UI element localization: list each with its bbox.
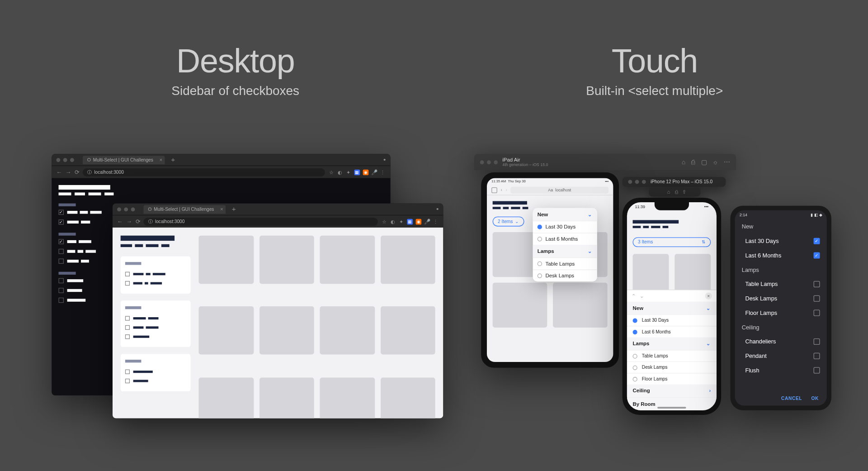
ext-icon[interactable]: ▦ [407,219,413,224]
grid-item[interactable] [633,254,669,292]
close-icon[interactable]: × [220,206,223,212]
grid-item[interactable] [320,306,374,355]
back-icon[interactable]: ← [56,169,62,175]
grid-item[interactable] [198,306,253,355]
select-option[interactable]: Last 6 Months✓ [735,248,827,263]
home-indicator[interactable] [657,407,686,409]
more-icon[interactable]: • [436,205,439,213]
filter-checkbox-row[interactable] [125,270,186,279]
ext-icon[interactable]: ▦ [354,169,360,175]
grid-item[interactable] [493,283,547,328]
grid-item[interactable] [380,377,435,419]
chevron-down-icon[interactable]: ⌄ [706,341,711,347]
url-input[interactable]: Aalocalhost [510,186,609,193]
menu-icon[interactable]: ⋮ [380,169,386,175]
grid-item[interactable] [380,306,435,355]
sidebar-toggle-icon[interactable] [491,187,497,193]
settings-icon[interactable]: ☼ [712,158,718,166]
grid-item[interactable] [380,236,435,284]
home-icon[interactable]: ⌂ [667,189,670,195]
grid-item[interactable] [259,306,314,355]
filter-checkbox-row[interactable] [125,323,186,332]
url-input[interactable]: ⓘlocalhost:3000 [83,168,325,176]
select-dialog[interactable]: New Last 30 Days✓ Last 6 Months✓ Lamps T… [735,219,827,391]
home-icon[interactable]: ⌂ [682,158,685,166]
select-option[interactable]: Desk Lamps [627,362,717,373]
more-icon[interactable]: ⋯ [724,158,730,166]
ok-button[interactable]: OK [811,396,819,401]
select-option[interactable]: Floor Lamps [735,306,827,320]
grid-item[interactable] [320,236,374,284]
select-option[interactable]: Floor Lamps [627,373,717,384]
window-controls[interactable] [56,158,74,162]
puzzle-icon[interactable]: ✦ [346,169,352,175]
star-icon[interactable]: ☆ [328,169,334,175]
filter-checkbox-row[interactable] [125,367,186,376]
moon-icon[interactable]: ◐ [390,219,396,224]
window-controls[interactable] [628,180,646,184]
grid-item[interactable] [198,377,253,419]
mic-icon[interactable]: 🎤 [425,219,430,224]
grid-item[interactable] [259,377,314,419]
select-option[interactable]: Last 30 Days [533,221,597,233]
select-option[interactable]: Pendant [735,349,827,363]
new-tab-button[interactable]: + [232,205,236,213]
back-icon[interactable]: ‹ [500,187,502,192]
select-option[interactable]: Last 6 Months [627,326,717,337]
puzzle-icon[interactable]: ✦ [398,219,404,224]
select-option[interactable]: Last 6 Months [533,233,597,245]
rotate-icon[interactable]: ▢ [701,158,707,166]
chevron-right-icon[interactable]: › [709,388,711,394]
browser-tab[interactable]: Multi-Select | GUI Challenges× [144,205,226,214]
more-icon[interactable]: • [383,156,386,164]
chevron-down-icon[interactable]: ⌄ [588,248,592,254]
select-option[interactable]: Desk Lamps [533,270,597,282]
select-option[interactable]: Table Lamps [533,257,597,270]
window-controls[interactable] [480,160,498,164]
up-icon[interactable]: ⌃ [632,293,636,299]
mic-icon[interactable]: 🎤 [372,169,377,175]
select-sheet[interactable]: ⌃⌄× New⌄ Last 30 Days Last 6 Months Lamp… [627,290,717,410]
filter-pill[interactable]: 3 Items⇅ [633,238,711,247]
select-option[interactable]: Table Lamps [735,277,827,291]
close-icon[interactable]: × [159,157,162,163]
select-popover[interactable]: New⌄ Last 30 Days Last 6 Months Lamps⌄ T… [533,208,597,282]
back-icon[interactable]: ← [117,219,123,225]
select-option[interactable]: Chandeliers [735,334,827,349]
star-icon[interactable]: ☆ [381,219,387,224]
forward-icon[interactable]: → [126,219,132,225]
grid-item[interactable] [198,236,253,284]
url-input[interactable]: ⓘlocalhost:3000 [144,218,378,226]
select-option[interactable]: Flush [735,363,827,378]
grid-item[interactable] [675,254,711,292]
filter-checkbox-row[interactable] [125,314,186,323]
filter-checkbox-row[interactable] [125,332,186,341]
cancel-button[interactable]: CANCEL [781,396,802,401]
share-icon[interactable]: ⇧ [682,189,687,195]
new-tab-button[interactable]: + [171,156,175,164]
filter-checkbox-row[interactable] [125,376,186,385]
screenshot-icon[interactable]: ⎙ [675,189,678,195]
down-icon[interactable]: ⌄ [640,293,644,299]
ext2-icon[interactable]: ◉ [415,219,421,224]
moon-icon[interactable]: ◐ [337,169,343,175]
close-icon[interactable]: × [705,292,712,299]
select-option[interactable]: Table Lamps [627,350,717,361]
window-controls[interactable] [117,207,135,211]
ext2-icon[interactable]: ◉ [363,169,369,175]
select-option[interactable]: Last 30 Days [627,314,717,326]
filter-pill[interactable]: 2 Items⌄ [493,217,524,227]
forward-icon[interactable]: → [66,169,71,175]
reload-icon[interactable]: ⟳ [75,169,79,175]
browser-tab[interactable]: Multi-Select | GUI Challenges× [83,156,165,164]
reload-icon[interactable]: ⟳ [136,219,140,225]
grid-item[interactable] [320,377,374,419]
menu-icon[interactable]: ⋮ [433,219,439,224]
select-option[interactable]: Last 30 Days✓ [735,234,827,248]
grid-item[interactable] [259,236,314,284]
chevron-down-icon[interactable]: ⌄ [588,211,592,217]
select-option[interactable]: Desk Lamps [735,291,827,306]
screenshot-icon[interactable]: ⎙ [691,158,695,166]
chevron-down-icon[interactable]: ⌄ [706,305,711,311]
grid-item[interactable] [553,283,608,328]
